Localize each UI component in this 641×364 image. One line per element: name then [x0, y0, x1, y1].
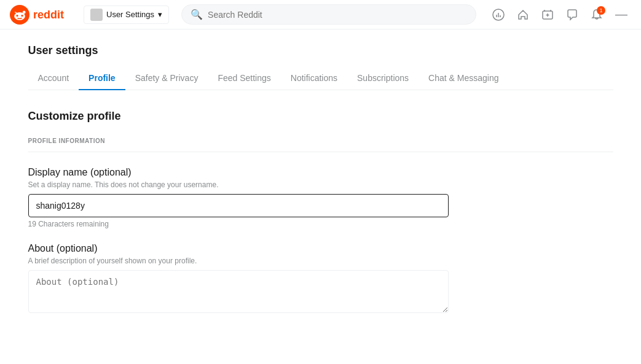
svg-point-4: [21, 15, 23, 17]
display-name-input[interactable]: [28, 194, 449, 217]
popular-icon[interactable]: [489, 5, 508, 25]
tab-notifications[interactable]: Notifications: [281, 67, 347, 90]
page-title: User settings: [28, 44, 613, 57]
about-hint: A brief description of yourself shown on…: [28, 257, 613, 265]
settings-tabs: Account Profile Safety & Privacy Feed Se…: [28, 67, 613, 90]
tab-account[interactable]: Account: [28, 67, 79, 90]
settings-content: Customize profile PROFILE INFORMATION Di…: [28, 90, 613, 349]
display-name-hint: Set a display name. This does not change…: [28, 180, 613, 189]
display-name-label: Display name (optional): [28, 167, 613, 178]
user-avatar: [90, 9, 103, 21]
main-content: User settings Account Profile Safety & P…: [14, 29, 628, 349]
chevron-down-icon: ▾: [158, 10, 162, 19]
search-icon: 🔍: [191, 9, 203, 20]
notification-badge: 1: [597, 6, 605, 15]
customize-profile-title: Customize profile: [28, 110, 613, 123]
tab-chat-messaging[interactable]: Chat & Messaging: [419, 67, 508, 90]
char-remaining: 19 Characters remaining: [28, 220, 613, 228]
svg-point-3: [16, 15, 18, 17]
about-group: About (optional) A brief description of …: [28, 243, 613, 315]
top-navigation: reddit User Settings ▾ 🔍: [0, 0, 641, 29]
create-post-icon[interactable]: [538, 5, 557, 25]
profile-information-label: PROFILE INFORMATION: [28, 137, 613, 152]
notification-icon[interactable]: 1: [587, 5, 607, 25]
search-input[interactable]: [208, 10, 467, 20]
about-textarea[interactable]: [28, 270, 449, 313]
reddit-logo[interactable]: reddit: [10, 5, 76, 25]
display-name-group: Display name (optional) Set a display na…: [28, 167, 613, 228]
search-bar[interactable]: 🔍: [181, 4, 476, 25]
tab-feed-settings[interactable]: Feed Settings: [208, 67, 280, 90]
chat-icon[interactable]: [562, 5, 582, 25]
user-settings-label: User Settings: [106, 10, 154, 19]
home-icon[interactable]: [513, 5, 533, 25]
tab-safety-privacy[interactable]: Safety & Privacy: [125, 67, 208, 90]
user-settings-dropdown[interactable]: User Settings ▾: [84, 6, 169, 24]
more-icon[interactable]: —: [612, 5, 631, 25]
reddit-wordmark: reddit: [33, 7, 76, 22]
nav-icons: 1 —: [489, 5, 631, 25]
svg-text:reddit: reddit: [33, 9, 64, 21]
tab-profile[interactable]: Profile: [79, 67, 125, 90]
tab-subscriptions[interactable]: Subscriptions: [347, 67, 419, 90]
about-label: About (optional): [28, 243, 613, 254]
